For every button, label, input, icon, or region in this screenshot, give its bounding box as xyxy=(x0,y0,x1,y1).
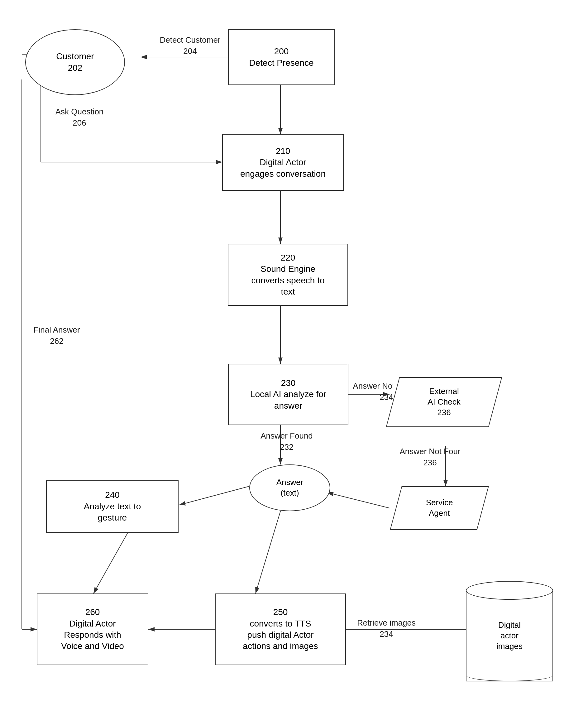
detect-customer-label: Detect Customer 204 xyxy=(153,34,227,57)
analyze-gesture-label: 240 Analyze text to gesture xyxy=(84,489,141,523)
local-analyze-node: 230 Local AI analyze for answer xyxy=(228,364,348,425)
analyze-gesture-node: 240 Analyze text to gesture xyxy=(46,480,178,533)
svg-line-9 xyxy=(256,511,280,594)
customer-node: Customer 202 xyxy=(25,29,125,95)
external-ai-label: External AI Check 236 xyxy=(428,386,461,418)
sound-engine-node: 220 Sound Engine converts speech to text xyxy=(228,244,348,306)
external-ai-node: External AI Check 236 xyxy=(393,377,496,427)
digital-actor-engages-label: 210 Digital Actor engages conversation xyxy=(240,146,326,179)
customer-label: Customer 202 xyxy=(56,51,94,73)
ask-question-label: Ask Question 206 xyxy=(48,106,111,129)
digital-actor-images-label: Digital actor images xyxy=(496,620,523,651)
answer-not-four-label: Answer Not Four 236 xyxy=(393,446,467,469)
retrieve-images-label: Retrieve images 234 xyxy=(349,617,424,640)
digital-actor-images-node: Digital actor images xyxy=(466,581,553,682)
diagram-container: Customer 202 Detect Customer 204 200 Det… xyxy=(0,0,588,711)
svg-line-10 xyxy=(93,533,128,594)
answer-text-node: Answer (text) xyxy=(249,465,330,511)
digital-actor-responds-node: 260 Digital Actor Responds with Voice an… xyxy=(37,594,148,665)
converts-tts-node: 250 converts to TTS push digital Actor a… xyxy=(215,594,346,665)
local-analyze-label: 230 Local AI analyze for answer xyxy=(250,378,326,411)
final-answer-label: Final Answer 262 xyxy=(25,324,88,347)
service-agent-label: Service Agent xyxy=(426,497,453,519)
digital-actor-responds-label: 260 Digital Actor Responds with Voice an… xyxy=(61,607,124,652)
answer-text-label: Answer (text) xyxy=(276,477,304,498)
answer-found-label: Answer Found 232 xyxy=(256,430,318,453)
service-agent-node: Service Agent xyxy=(396,486,483,530)
sound-engine-label: 220 Sound Engine converts speech to text xyxy=(251,252,324,298)
svg-line-8 xyxy=(179,486,249,505)
svg-line-7 xyxy=(327,493,390,508)
converts-tts-label: 250 converts to TTS push digital Actor a… xyxy=(243,607,318,652)
digital-actor-engages-node: 210 Digital Actor engages conversation xyxy=(222,134,344,191)
detect-presence-label: 200 Detect Presence xyxy=(249,46,314,69)
detect-presence-node: 200 Detect Presence xyxy=(228,29,335,85)
